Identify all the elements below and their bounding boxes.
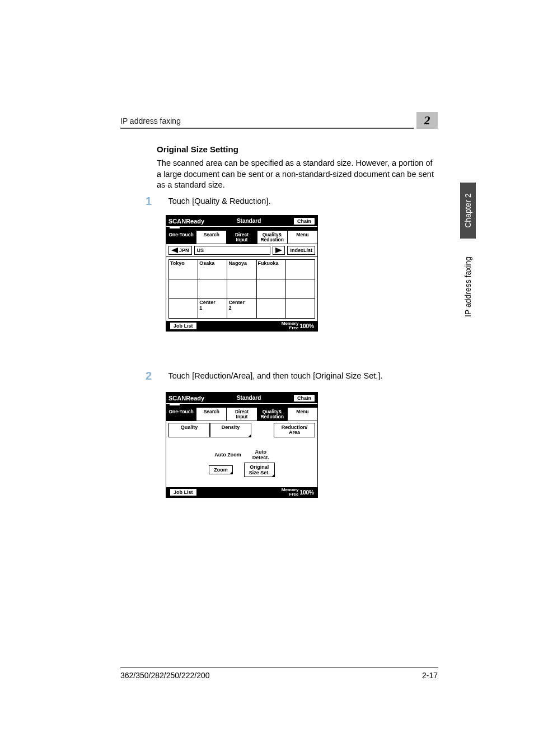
lcd1-memory-pct: 100%: [299, 323, 314, 329]
lcd-screenshot-1: SCANReady Standard Chain One-Touch Searc…: [166, 215, 318, 332]
lcd1-standard: Standard: [237, 218, 261, 224]
lcd2-tab-quality-reduction[interactable]: Quality& Reduction: [257, 408, 288, 421]
lcd1-cell-center1[interactable]: Center 1: [198, 299, 227, 319]
step-1-number: 1: [146, 195, 166, 208]
lcd2-tab-menu[interactable]: Menu: [288, 408, 317, 421]
header-rule: [120, 128, 414, 129]
lcd1-tab-one-touch[interactable]: One-Touch: [166, 231, 196, 244]
lcd1-next-button[interactable]: [273, 246, 285, 255]
chapter-badge: 2: [416, 112, 438, 129]
lcd1-cell-r1c0[interactable]: [169, 279, 198, 299]
chapter-number: 2: [424, 113, 430, 128]
side-topic-text: IP address faxing: [463, 256, 472, 317]
svg-marker-1: [275, 248, 282, 253]
footer-page-number: 2-17: [422, 671, 438, 680]
lcd1-indexlist-button[interactable]: IndexList: [287, 246, 315, 255]
lcd-screenshot-2: SCANReady Standard Chain One-Touch Searc…: [166, 392, 318, 498]
lcd2-subtab-row: Quality Density Reduction/ Area: [166, 421, 317, 439]
lcd1-cell-r0c4[interactable]: [285, 260, 315, 279]
lcd2-body: Quality Density Reduction/ Area Auto Zoo…: [166, 421, 317, 487]
lcd2-topbar: SCANReady Standard Chain: [166, 393, 317, 403]
running-head: IP address faxing: [120, 116, 181, 125]
lcd2-density-button[interactable]: Density: [210, 423, 251, 437]
side-chapter-label: Chapter 2: [463, 193, 472, 227]
lcd1-cell-r1c2[interactable]: [227, 279, 256, 299]
lcd1-index-row: JPN US IndexList: [166, 244, 317, 256]
step-2-number: 2: [146, 370, 166, 382]
footer-model-numbers: 362/350/282/250/222/200: [120, 671, 210, 680]
arrow-right-icon: [275, 248, 282, 253]
step-2: 2 Touch [Reduction/Area], and then touch…: [146, 370, 437, 382]
lcd1-cell-r2c0[interactable]: [169, 299, 198, 319]
lcd1-prev-label: JPN: [179, 248, 189, 253]
lcd2-bottombar: Job List Memory Free 100%: [166, 487, 317, 497]
lcd1-cell-nagoya[interactable]: Nagoya: [227, 260, 256, 279]
lcd1-current-index[interactable]: US: [194, 246, 271, 255]
footer-rule: [120, 668, 438, 668]
lcd1-bottombar: Job List Memory Free 100%: [166, 321, 317, 331]
side-topic-label: IP address faxing: [460, 242, 476, 332]
lcd1-tabs: One-Touch Search Direct Input Quality& R…: [166, 230, 317, 244]
lcd2-reduction-area-button[interactable]: Reduction/ Area: [274, 423, 315, 437]
lcd1-tab-search[interactable]: Search: [196, 231, 227, 244]
lcd2-joblist-button[interactable]: Job List: [170, 488, 197, 496]
lcd1-cell-r1c4[interactable]: [285, 279, 315, 299]
lcd2-memory-pct: 100%: [299, 489, 314, 496]
arrow-left-icon: [171, 248, 178, 253]
lcd1-cell-osaka[interactable]: Osaka: [198, 260, 227, 279]
lcd1-memory-label: Memory Free: [282, 321, 299, 330]
lcd1-cell-r2c4[interactable]: [285, 299, 315, 319]
lcd1-cell-fukuoka[interactable]: Fukuoka: [256, 260, 285, 279]
lcd2-auto-detect-label: Auto Detect.: [252, 449, 269, 460]
lcd1-cell-tokyo[interactable]: Tokyo: [169, 260, 198, 279]
lcd2-chain-button[interactable]: Chain: [293, 394, 315, 402]
lcd2-tab-one-touch[interactable]: One-Touch: [166, 408, 196, 421]
lcd2-standard: Standard: [237, 395, 261, 401]
lcd1-chain-button[interactable]: Chain: [293, 217, 315, 225]
lcd1-cell-center2[interactable]: Center 2: [227, 299, 256, 319]
lcd2-tab-search[interactable]: Search: [196, 408, 227, 421]
lcd1-prev-button[interactable]: JPN: [168, 246, 192, 255]
lcd1-onetouch-grid: Tokyo Osaka Nagoya Fukuoka Center 1 C: [166, 256, 317, 321]
step-1: 1 Touch [Quality & Reduction].: [146, 195, 437, 208]
step-2-text: Touch [Reduction/Area], and then touch […: [168, 370, 382, 380]
lcd2-memory-label: Memory Free: [282, 488, 299, 497]
lcd1-cell-r2c3[interactable]: [256, 299, 285, 319]
lcd1-tab-direct-input[interactable]: Direct Input: [227, 231, 257, 244]
lcd2-tabs: One-Touch Search Direct Input Quality& R…: [166, 407, 317, 421]
lcd2-zoom-button[interactable]: Zoom: [209, 465, 233, 474]
lcd1-tab-menu[interactable]: Menu: [288, 231, 317, 244]
step-1-text: Touch [Quality & Reduction].: [168, 195, 270, 206]
lcd1-topbar: SCANReady Standard Chain: [166, 216, 317, 226]
svg-marker-0: [171, 248, 178, 253]
lcd2-quality-button[interactable]: Quality: [168, 423, 210, 437]
lcd2-center: Auto Zoom Auto Detect. Zoom Original Siz…: [166, 449, 317, 479]
lcd2-original-size-set-button[interactable]: Original Size Set.: [244, 463, 275, 477]
lcd1-joblist-button[interactable]: Job List: [170, 322, 197, 330]
side-chapter-tab: Chapter 2: [460, 183, 476, 239]
section-title: Original Size Setting: [157, 144, 238, 154]
lcd1-tab-quality-reduction[interactable]: Quality& Reduction: [257, 231, 288, 244]
lcd2-ready: SCANReady: [168, 395, 204, 402]
lcd1-cell-r1c1[interactable]: [198, 279, 227, 299]
lcd2-tab-direct-input[interactable]: Direct Input: [227, 408, 257, 421]
intro-paragraph: The scanned area can be specified as a s…: [157, 158, 437, 191]
lcd1-cell-r1c3[interactable]: [256, 279, 285, 299]
lcd2-auto-zoom-label: Auto Zoom: [214, 452, 241, 458]
lcd1-ready: SCANReady: [168, 218, 204, 225]
